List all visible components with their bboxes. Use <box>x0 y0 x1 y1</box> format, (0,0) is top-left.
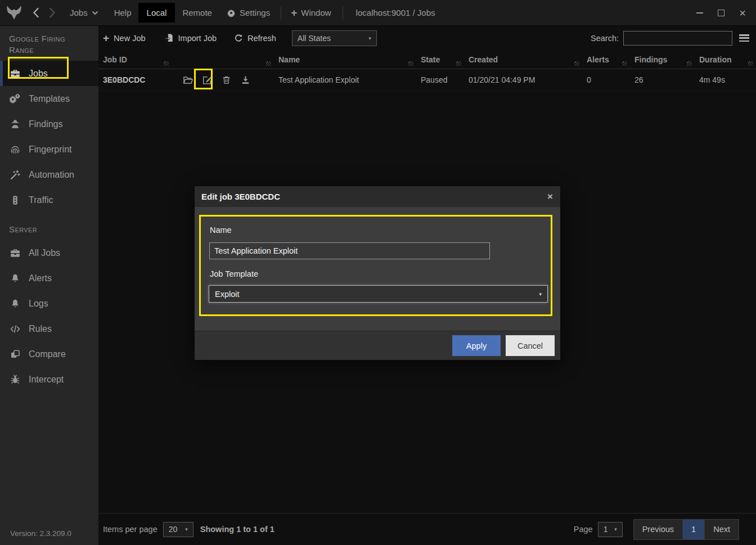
sidebar-item-label: Fingerprint <box>29 145 71 155</box>
window-label: Window <box>301 8 331 17</box>
refresh-button[interactable]: Refresh <box>234 34 276 43</box>
project-label: Google Firing Range <box>9 33 91 55</box>
back-icon[interactable] <box>33 7 39 18</box>
search-label: Search: <box>591 34 619 43</box>
sidebar-item-all-jobs[interactable]: All Jobs <box>0 241 98 266</box>
column-header-duration[interactable]: Duration <box>695 51 756 69</box>
sidebar-item-label: Alerts <box>29 273 52 283</box>
traffic-light-icon <box>10 195 20 205</box>
sidebar-item-label: Logs <box>29 299 48 309</box>
close-icon[interactable]: × <box>739 7 746 19</box>
column-header-created[interactable]: Created <box>464 51 582 69</box>
gear-icon <box>227 8 236 17</box>
import-job-label: Import Job <box>178 34 217 43</box>
current-page-button[interactable]: 1 <box>682 520 704 539</box>
items-per-page-value: 20 <box>169 525 178 534</box>
compare-icon <box>10 349 20 360</box>
items-per-page-label: Items per page <box>103 525 158 534</box>
alerts-cell: 0 <box>582 75 630 84</box>
cancel-button[interactable]: Cancel <box>506 335 555 356</box>
page-controls: Page 1 ▾ Previous 1 Next <box>574 519 739 540</box>
tab-remote[interactable]: Remote <box>182 8 212 17</box>
minimize-icon[interactable] <box>696 12 703 13</box>
modal-footer: Apply Cancel <box>195 331 560 360</box>
column-header-state[interactable]: State <box>416 51 464 69</box>
refresh-icon <box>234 34 243 43</box>
column-header-alerts[interactable]: Alerts <box>582 51 630 69</box>
name-field-label: Name <box>210 226 232 235</box>
maximize-icon[interactable] <box>718 10 724 16</box>
sidebar-item-logs[interactable]: Logs <box>0 291 98 317</box>
bell-icon <box>10 273 20 284</box>
new-job-button[interactable]: + New Job <box>103 33 146 43</box>
page-select-value: 1 <box>604 525 608 534</box>
open-folder-icon[interactable] <box>182 74 194 85</box>
nav-menu-dropdown[interactable]: Jobs <box>70 8 98 17</box>
edit-icon[interactable] <box>201 74 213 85</box>
help-menu[interactable]: Help <box>114 8 132 17</box>
sidebar-item-findings[interactable]: Findings <box>0 111 98 137</box>
settings-label: Settings <box>240 8 270 17</box>
download-icon[interactable] <box>240 74 251 85</box>
column-header-findings[interactable]: Findings <box>630 51 695 69</box>
menu-icon[interactable] <box>739 34 749 42</box>
column-header-name[interactable]: Name <box>274 51 416 69</box>
app-window: Jobs Help Local Remote Settings + Window… <box>0 0 756 545</box>
plus-icon: + <box>291 7 297 18</box>
state-filter-select[interactable]: All States ▾ <box>292 30 377 46</box>
column-header-actions[interactable] <box>172 51 274 69</box>
sidebar-item-compare[interactable]: Compare <box>0 342 98 367</box>
findings-cell: 26 <box>630 75 695 84</box>
state-filter-value: All States <box>298 34 331 43</box>
tab-local[interactable]: Local <box>138 3 176 22</box>
previous-page-button[interactable]: Previous <box>634 520 682 539</box>
version-label: Version: 2.3.209.0 <box>10 529 71 538</box>
sidebar-item-automation[interactable]: Automation <box>0 162 98 187</box>
sidebar-item-label: Traffic <box>29 195 53 205</box>
next-page-button[interactable]: Next <box>704 520 739 539</box>
sidebar-item-alerts[interactable]: Alerts <box>0 266 98 291</box>
new-job-label: New Job <box>114 34 145 43</box>
job-name-input[interactable] <box>209 242 490 259</box>
new-window-button[interactable]: + Window <box>291 7 331 18</box>
import-job-button[interactable]: Import Job <box>164 33 217 43</box>
forward-icon[interactable] <box>49 7 56 18</box>
sidebar-item-label: Jobs <box>29 69 48 79</box>
sidebar-item-templates[interactable]: Templates <box>0 86 98 111</box>
apply-button[interactable]: Apply <box>452 335 501 356</box>
sidebar-item-traffic[interactable]: Traffic <box>0 187 98 213</box>
sidebar-item-label: Intercept <box>29 375 64 385</box>
sidebar-item-fingerprint[interactable]: Fingerprint <box>0 137 98 162</box>
window-controls: × <box>696 7 746 19</box>
settings-menu[interactable]: Settings <box>227 8 270 17</box>
trash-icon[interactable] <box>220 74 232 85</box>
search-group: Search: <box>591 31 756 46</box>
modal-header[interactable]: Edit job 3E0BDCDC × <box>195 186 560 207</box>
table-row[interactable]: 3E0BDCDC Test Application Exploit Paused… <box>98 69 756 91</box>
created-cell: 01/20/21 04:49 PM <box>464 75 582 84</box>
code-icon <box>10 324 20 335</box>
page-select[interactable]: 1 ▾ <box>598 522 623 537</box>
pager: Previous 1 Next <box>633 519 739 540</box>
titlebar: Jobs Help Local Remote Settings + Window… <box>0 0 756 25</box>
sidebar-item-label: Findings <box>29 119 62 129</box>
row-actions <box>172 74 274 85</box>
sidebar-item-label: Compare <box>29 349 66 359</box>
job-template-value: Exploit <box>215 290 240 299</box>
sidebar-item-intercept[interactable]: Intercept <box>0 367 98 393</box>
search-input[interactable] <box>623 31 732 46</box>
sidebar-item-rules[interactable]: Rules <box>0 317 98 342</box>
job-template-select[interactable]: Exploit ▾ <box>209 285 548 303</box>
sidebar-item-label: Automation <box>29 170 74 180</box>
sidebar-item-label: Rules <box>29 324 52 334</box>
briefcase-icon <box>10 248 20 259</box>
items-per-page-select[interactable]: 20 ▾ <box>163 522 194 537</box>
import-icon <box>164 33 174 43</box>
close-icon[interactable]: × <box>547 192 553 201</box>
chevron-down-icon: ▾ <box>539 291 542 297</box>
jobs-toolbar: + New Job Import Job Refresh All States … <box>98 25 756 51</box>
name-cell: Test Application Exploit <box>274 75 416 84</box>
column-header-job-id[interactable]: Job ID <box>98 51 172 69</box>
sidebar-item-jobs[interactable]: Jobs <box>0 61 98 86</box>
job-id-cell: 3E0BDCDC <box>98 75 172 84</box>
